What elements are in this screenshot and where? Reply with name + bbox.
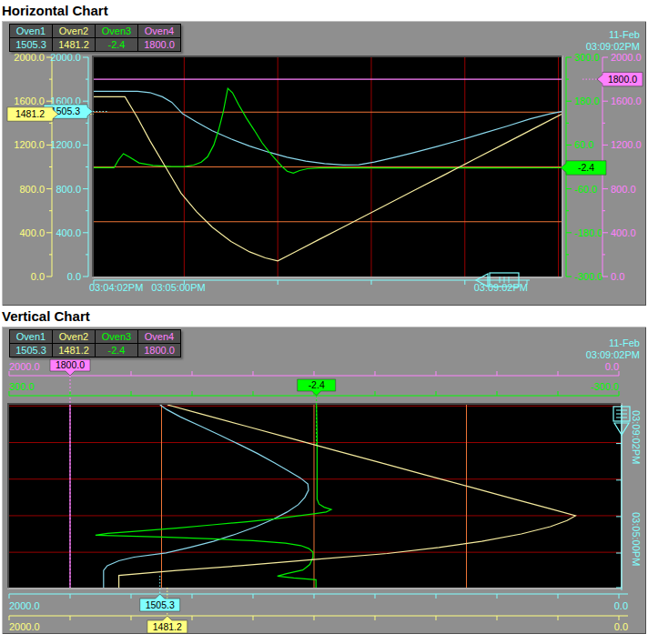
time-label: 03:09:02PM [586,41,640,53]
axis-tick-label: 800.0 [611,184,636,195]
time-axis-label: 03:05:00PM [631,512,642,566]
axis-tick-label: -300.0 [574,271,602,282]
axis-tick-label: 300.0 [574,52,600,63]
vertical-chart-title: Vertical Chart [2,308,648,324]
axis-end-label: -300.0 [591,381,619,392]
legend-series-name: Oven1 [10,25,53,38]
legend-series-name: Oven4 [138,330,181,344]
date-label: 11-Feb [586,29,640,41]
axis-end-label: 2000.0 [9,621,40,632]
marker-tag-oven4-label: 1800.0 [56,359,85,370]
datetime-display: 11-Feb 03:09:02PM [586,29,640,53]
legend-series-value: 1481.2 [53,344,96,357]
page: Horizontal Chart 0.0400.0800.01200.01600… [0,3,648,634]
axis-end-label: 300.0 [9,381,35,392]
axis-tick-label: 2000.0 [611,52,642,63]
horizontal-chart-block: Horizontal Chart 0.0400.0800.01200.01600… [0,3,648,306]
marker-tag-oven2-label: 1481.2 [15,108,45,119]
legend-table: Oven1Oven2Oven3Oven41505.31481.2-2.41800… [9,329,181,357]
legend-table: Oven1Oven2Oven3Oven41505.31481.2-2.41800… [9,24,181,52]
marker-tag-oven3-label: -2.4 [309,379,325,390]
axis-tick-label: 1600.0 [14,96,45,106]
legend-series-name: Oven2 [53,25,96,38]
axis-tick-label: 1200.0 [14,139,45,150]
vertical-chart-block: Vertical Chart 2000.00.0300.0-300.01800.… [0,308,648,634]
legend-series-value: 1800.0 [138,344,181,357]
axis-tick-label: 2000.0 [14,52,45,63]
axis-tick-label: 800.0 [19,184,45,195]
axis-tick-label: 60.0 [574,139,593,150]
axis-tick-label: 0.0 [31,271,45,282]
marker-tag-oven4-label: 1800.0 [608,74,637,85]
legend-series-value: 1800.0 [138,38,181,52]
legend-series-name: Oven3 [96,330,138,344]
time-axis-label: 03:04:02PM [89,282,143,293]
legend-series-name: Oven4 [138,25,181,38]
horizontal-chart-canvas: 0.0400.0800.01200.01600.02000.00.0400.08… [2,21,646,306]
axis-tick-label: 400.0 [56,227,81,238]
axis-tick-label: 2000.0 [50,52,81,63]
horizontal-chart-title: Horizontal Chart [2,3,648,18]
legend-series-name: Oven1 [10,330,53,344]
axis-tick-label: 0.0 [67,271,81,282]
axis-tick-label: -180.0 [574,227,602,238]
time-label: 03:09:02PM [586,349,640,361]
marker-tag-oven3-label: -2.4 [578,162,594,173]
legend-series-value: 1505.3 [10,344,53,357]
axis-tick-label: -60.0 [574,184,597,195]
time-axis-label: 03:09:02PM [631,410,642,464]
legend-series-value: -2.4 [96,344,138,357]
legend-series-value: 1481.2 [53,38,96,52]
vertical-chart-canvas: 2000.00.0300.0-300.01800.0-2.403:09:02PM… [2,327,646,634]
axis-tick-label: 1200.0 [611,139,642,150]
vertical-chart-panel: 2000.00.0300.0-300.01800.0-2.403:09:02PM… [2,327,646,634]
legend-series-value: 1505.3 [10,38,53,52]
time-axis-label: 03:05:00PM [151,282,205,293]
axis-tick-label: 1600.0 [611,96,642,106]
date-label: 11-Feb [586,337,640,349]
axis-end-label: 0.0 [605,361,619,372]
axis-tick-label: 1200.0 [50,139,81,150]
plot-area [9,405,621,588]
axis-tick-label: 0.0 [611,271,624,282]
legend-series-name: Oven3 [96,25,138,38]
legend-series-value: -2.4 [96,38,138,52]
axis-tick-label: 400.0 [19,227,45,238]
legend-series-name: Oven2 [53,330,96,344]
marker-tag-oven2-label: 1481.2 [153,621,182,632]
marker-tag-oven1-label: 1505.3 [146,599,175,610]
axis-tick-label: 400.0 [611,227,636,238]
axis-end-label: 0.0 [614,621,628,632]
horizontal-chart-panel: 0.0400.0800.01200.01600.02000.00.0400.08… [2,21,646,306]
axis-tick-label: 180.0 [574,96,600,106]
axis-end-label: 2000.0 [9,361,40,372]
axis-tick-label: 800.0 [56,184,81,195]
datetime-display: 11-Feb 03:09:02PM [586,337,640,361]
axis-end-label: 0.0 [614,600,628,611]
axis-end-label: 2000.0 [9,600,40,611]
